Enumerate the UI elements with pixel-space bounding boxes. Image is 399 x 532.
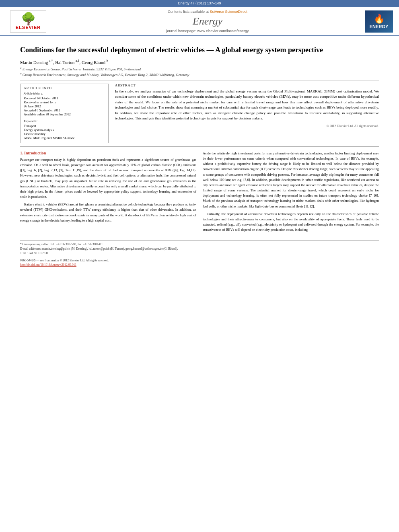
authors-line: Martin Densing a,*, Hal Turton a,1, Geor…	[20, 59, 379, 65]
keyword-1: Transport	[24, 124, 105, 128]
flame-icon: 🔥	[374, 14, 385, 24]
authors-text: Martin Densing a,*, Hal Turton a,1, Geor…	[20, 60, 108, 65]
energy-logo: 🔥 ENERGY	[365, 10, 393, 33]
available-online-row: Available online 30 September 2012	[24, 113, 105, 116]
footnote-star: * Corresponding author. Tel.: +41 56 310…	[20, 242, 379, 246]
elsevier-image: 🌳 ELSEVIER	[10, 10, 46, 33]
article-info-box: ARTICLE INFO Article history: Received 1…	[20, 84, 109, 143]
footnote-email: E-mail addresses: martin.densing@psi.ch …	[20, 247, 379, 251]
doi-link[interactable]: http://dx.doi.org/10.1016/j.energy.2012.…	[20, 263, 379, 267]
journal-citation: Energy 47 (2012) 137–149	[178, 1, 221, 5]
contents-text: Contents lists available at	[168, 10, 209, 14]
footnote-1: 1 Tel.: +41 56 3102631.	[20, 251, 379, 255]
right-para-2: Critically, the deployment of alternativ…	[203, 212, 379, 233]
footnotes-area: * Corresponding author. Tel.: +41 56 310…	[0, 240, 399, 255]
abstract-content: In the study, we analyse scenarios of ca…	[115, 89, 379, 121]
section1-title: 1. Introduction	[20, 151, 196, 155]
keywords-section: Keywords: Transport Energy system analys…	[24, 119, 105, 140]
intro-para-1: Passenger car transport today is highly …	[20, 157, 196, 199]
journal-name: Energy	[56, 15, 359, 27]
issn-line: 0360-5442/$ — see front matter © 2012 El…	[20, 259, 379, 262]
elsevier-wordmark: ELSEVIER	[16, 25, 41, 30]
journal-citation-bar: Energy 47 (2012) 137–149	[0, 0, 399, 6]
received-revised-label: Received in revised form	[24, 101, 105, 104]
keyword-3: Electric mobility	[24, 132, 105, 136]
body-left-col: 1. Introduction Passenger car transport …	[20, 151, 196, 235]
body-right-col: Aside the relatively high investment cos…	[203, 151, 379, 235]
keywords-label: Keywords:	[24, 119, 105, 123]
footnote-separator	[20, 240, 379, 241]
elsevier-logo-area: 🌳 ELSEVIER	[4, 10, 52, 33]
article-info-heading: ARTICLE INFO	[24, 86, 105, 90]
journal-header: 🌳 ELSEVIER Contents lists available at S…	[0, 6, 399, 36]
intro-para-2: Battery electric vehicles (BEVs) are, at…	[20, 202, 196, 223]
history-label: Article history:	[24, 92, 105, 95]
divider-1	[20, 80, 379, 80]
body-section: 1. Introduction Passenger car transport …	[20, 151, 379, 235]
sciverse-link[interactable]: SciVerse ScienceDirect	[210, 10, 248, 14]
abstract-text: In the study, we analyse scenarios of ca…	[115, 89, 379, 129]
article-title: Conditions for the successful deployment…	[20, 45, 379, 55]
divider-2	[20, 146, 379, 147]
article-info-col: ARTICLE INFO Article history: Received 1…	[20, 84, 109, 143]
affiliation-a: a Energy Economics Group, Paul Scherrer …	[20, 66, 379, 71]
keyword-4: Global Multi-regional MARKAL model	[24, 136, 105, 140]
main-content: Conditions for the successful deployment…	[0, 36, 399, 239]
abstract-heading: ABSTRACT	[115, 84, 379, 87]
right-para-1: Aside the relatively high investment cos…	[203, 151, 379, 209]
info-abstract-section: ARTICLE INFO Article history: Received 1…	[20, 84, 379, 143]
abstract-col: ABSTRACT In the study, we analyse scenar…	[115, 84, 379, 143]
energy-logo-area: 🔥 ENERGY	[363, 10, 395, 33]
journal-header-center: Contents lists available at SciVerse Sci…	[52, 10, 363, 33]
affiliation-b: b Group Research Environment, Strategy a…	[20, 72, 379, 77]
page-footer: 0360-5442/$ — see front matter © 2012 El…	[0, 256, 399, 269]
section1-text: Passenger car transport today is highly …	[20, 157, 196, 223]
received-revised-date: 26 June 2012	[24, 105, 105, 108]
received-row: Received 14 October 2011	[24, 97, 105, 100]
section1-right-text: Aside the relatively high investment cos…	[203, 151, 379, 233]
elsevier-logo: 🌳 ELSEVIER	[10, 10, 46, 33]
keyword-2: Energy system analysis	[24, 128, 105, 132]
tree-icon: 🌳	[21, 13, 36, 25]
sciverse-text: Contents lists available at SciVerse Sci…	[56, 10, 359, 14]
accepted-row: Accepted 6 September 2012	[24, 109, 105, 112]
energy-wordmark: ENERGY	[370, 24, 388, 29]
copyright-line: © 2012 Elsevier Ltd. All rights reserved…	[115, 124, 379, 129]
page: Energy 47 (2012) 137–149 🌳 ELSEVIER Cont…	[0, 0, 399, 532]
journal-homepage: journal homepage: www.elsevier.com/locat…	[56, 29, 359, 33]
